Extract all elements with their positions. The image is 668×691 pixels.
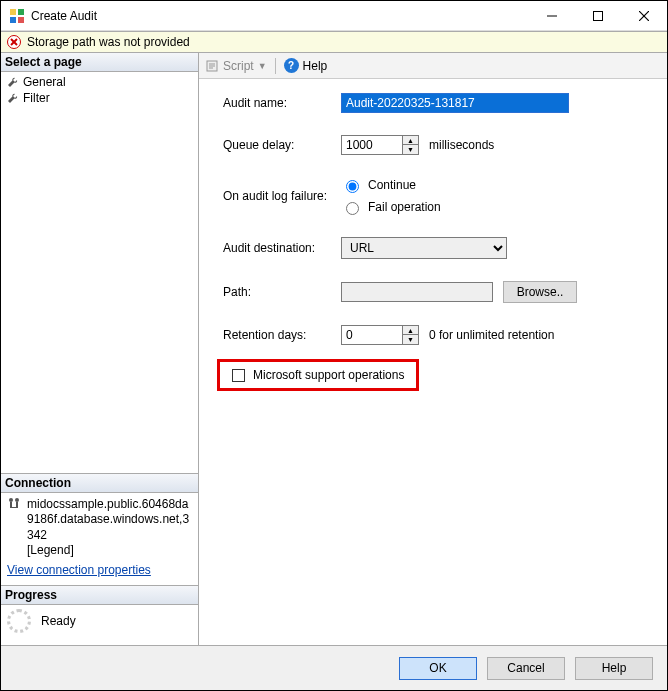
page-list: General Filter xyxy=(1,72,198,108)
microsoft-support-ops-highlight: Microsoft support operations xyxy=(217,359,419,391)
radio-fail-operation[interactable]: Fail operation xyxy=(341,199,441,215)
radio-fail-input[interactable] xyxy=(346,202,359,215)
view-connection-properties-link[interactable]: View connection properties xyxy=(1,563,198,585)
svg-point-11 xyxy=(9,498,13,502)
dialog-footer: OK Cancel Help xyxy=(1,646,667,690)
connection-text: midocssample.public.60468da9186f.databas… xyxy=(27,497,192,559)
page-item-general[interactable]: General xyxy=(1,74,198,90)
svg-rect-12 xyxy=(10,502,12,507)
page-item-label: General xyxy=(23,75,66,89)
server-icon xyxy=(7,497,21,511)
chevron-down-icon: ▼ xyxy=(258,61,267,71)
audit-name-input[interactable] xyxy=(341,93,569,113)
radio-fail-label: Fail operation xyxy=(368,200,441,214)
radio-continue-label: Continue xyxy=(368,178,416,192)
minimize-button[interactable] xyxy=(529,1,575,30)
window-title: Create Audit xyxy=(31,9,529,23)
connection-body: midocssample.public.60468da9186f.databas… xyxy=(1,493,198,563)
on-failure-label: On audit log failure: xyxy=(223,189,341,203)
svg-rect-3 xyxy=(18,17,24,23)
left-pane: Select a page General Filter Connection xyxy=(1,53,199,645)
svg-rect-2 xyxy=(10,17,16,23)
browse-button[interactable]: Browse.. xyxy=(503,281,577,303)
select-page-header: Select a page xyxy=(1,53,198,72)
audit-destination-select[interactable]: URL xyxy=(341,237,507,259)
window-controls xyxy=(529,1,667,30)
queue-delay-input[interactable] xyxy=(341,135,403,155)
help-button[interactable]: ? Help xyxy=(284,58,328,73)
svg-rect-14 xyxy=(16,502,18,507)
script-icon xyxy=(205,59,219,73)
script-label: Script xyxy=(223,59,254,73)
error-icon xyxy=(7,35,21,49)
svg-rect-5 xyxy=(594,11,603,20)
wrench-icon xyxy=(7,92,19,104)
progress-body: Ready xyxy=(1,605,198,645)
error-message: Storage path was not provided xyxy=(27,35,190,49)
title-bar: Create Audit xyxy=(1,1,667,31)
radio-continue-input[interactable] xyxy=(346,180,359,193)
error-strip: Storage path was not provided xyxy=(1,31,667,53)
retention-suffix: 0 for unlimited retention xyxy=(429,328,554,342)
queue-delay-suffix: milliseconds xyxy=(429,138,494,152)
wrench-icon xyxy=(7,76,19,88)
help-button-footer[interactable]: Help xyxy=(575,657,653,680)
cancel-button[interactable]: Cancel xyxy=(487,657,565,680)
stepper-up-icon[interactable]: ▲ xyxy=(403,326,418,335)
progress-spinner-icon xyxy=(7,609,31,633)
svg-rect-0 xyxy=(10,9,16,15)
path-label: Path: xyxy=(223,285,341,299)
ok-button[interactable]: OK xyxy=(399,657,477,680)
retention-days-stepper[interactable]: ▲ ▼ xyxy=(341,325,419,345)
svg-rect-1 xyxy=(18,9,24,15)
app-icon xyxy=(9,8,25,24)
toolbar-divider xyxy=(275,58,276,74)
help-icon: ? xyxy=(284,58,299,73)
form-area: Audit name: Queue delay: ▲ ▼ millisecond… xyxy=(199,79,667,645)
microsoft-support-ops-label: Microsoft support operations xyxy=(253,368,404,382)
path-input[interactable] xyxy=(341,282,493,302)
toolbar: Script ▼ ? Help xyxy=(199,53,667,79)
svg-rect-15 xyxy=(10,507,18,508)
help-label: Help xyxy=(303,59,328,73)
maximize-button[interactable] xyxy=(575,1,621,30)
connection-header: Connection xyxy=(1,473,198,493)
page-item-filter[interactable]: Filter xyxy=(1,90,198,106)
stepper-up-icon[interactable]: ▲ xyxy=(403,136,418,145)
audit-name-label: Audit name: xyxy=(223,96,341,110)
retention-days-input[interactable] xyxy=(341,325,403,345)
progress-header: Progress xyxy=(1,585,198,605)
right-pane: Script ▼ ? Help Audit name: Queue delay: xyxy=(199,53,667,645)
script-dropdown[interactable]: Script ▼ xyxy=(205,59,267,73)
radio-continue[interactable]: Continue xyxy=(341,177,441,193)
svg-point-13 xyxy=(15,498,19,502)
microsoft-support-ops-checkbox[interactable] xyxy=(232,369,245,382)
close-button[interactable] xyxy=(621,1,667,30)
page-item-label: Filter xyxy=(23,91,50,105)
stepper-down-icon[interactable]: ▼ xyxy=(403,335,418,344)
audit-destination-label: Audit destination: xyxy=(223,241,341,255)
progress-status: Ready xyxy=(41,614,76,628)
stepper-down-icon[interactable]: ▼ xyxy=(403,145,418,154)
queue-delay-label: Queue delay: xyxy=(223,138,341,152)
retention-days-label: Retention days: xyxy=(223,328,341,342)
queue-delay-stepper[interactable]: ▲ ▼ xyxy=(341,135,419,155)
